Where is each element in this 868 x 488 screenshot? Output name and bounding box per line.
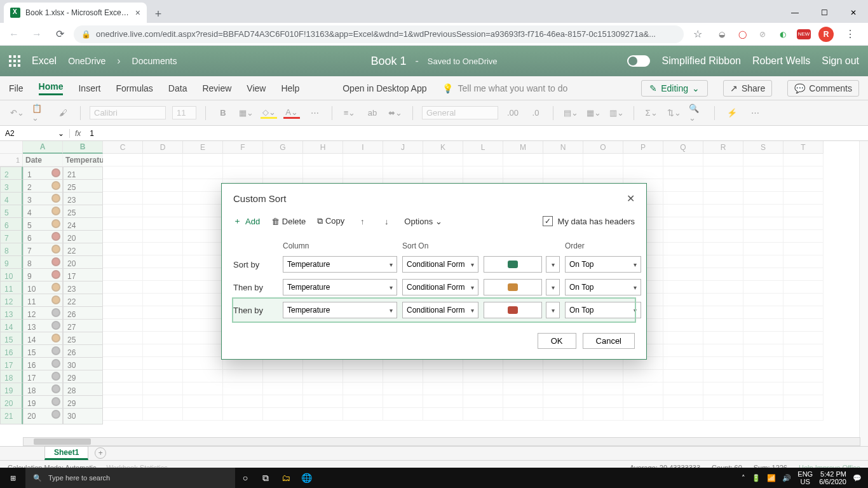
column-header-D[interactable]: D [143, 141, 183, 154]
extension-icon[interactable]: ◐ [776, 28, 789, 41]
cell[interactable] [183, 205, 223, 217]
cell[interactable] [743, 268, 783, 281]
cell[interactable] [183, 281, 223, 294]
close-tab-icon[interactable]: × [135, 8, 140, 18]
wifi-icon[interactable]: 📶 [767, 474, 776, 482]
cell[interactable] [143, 281, 183, 294]
formula-value[interactable]: 1 [86, 129, 98, 138]
cell[interactable] [783, 332, 824, 344]
breadcrumb-documents[interactable]: Documents [132, 56, 177, 66]
comments-button[interactable]: 💬 Comments [787, 80, 859, 97]
file-explorer-icon[interactable]: 🗂 [276, 468, 296, 488]
cell[interactable] [303, 154, 343, 166]
cell[interactable] [743, 179, 783, 192]
column-header-Q[interactable]: Q [663, 141, 703, 154]
cell[interactable] [663, 383, 703, 395]
cell[interactable] [183, 319, 223, 332]
row-header[interactable]: 21 [0, 408, 23, 424]
open-in-desktop-button[interactable]: Open in Desktop App [342, 83, 426, 93]
cell[interactable] [143, 268, 183, 281]
cell[interactable] [703, 166, 743, 179]
app-brand[interactable]: Excel [32, 55, 57, 67]
copy-level-button[interactable]: ⧉ Copy [317, 216, 344, 226]
font-size-select[interactable]: 11 [172, 106, 196, 119]
cell[interactable] [143, 255, 183, 268]
cell[interactable] [623, 370, 663, 383]
find-icon[interactable]: 🔍⌄ [689, 104, 705, 123]
cell[interactable] [703, 230, 743, 243]
headers-checkbox[interactable]: ✓ My data has headers [543, 216, 635, 226]
cell[interactable] [383, 166, 423, 179]
cell[interactable] [103, 344, 143, 357]
cell[interactable] [183, 192, 223, 205]
cell[interactable] [103, 217, 143, 230]
cell[interactable] [583, 370, 623, 383]
cell[interactable] [183, 332, 223, 344]
cell[interactable] [783, 319, 824, 332]
cell[interactable] [783, 306, 824, 319]
cell[interactable] [663, 281, 703, 294]
cell[interactable] [263, 166, 303, 179]
cell[interactable] [743, 255, 783, 268]
cell[interactable] [743, 383, 783, 395]
cell[interactable] [183, 255, 223, 268]
cell[interactable] [743, 192, 783, 205]
cell[interactable]: Temperature [63, 154, 103, 166]
cell[interactable] [783, 230, 824, 243]
cell[interactable] [703, 243, 743, 255]
column-header-T[interactable]: T [783, 141, 824, 154]
more-font-icon[interactable]: ⋯ [306, 108, 323, 118]
cell[interactable]: 20 [23, 408, 63, 424]
cell[interactable] [143, 294, 183, 306]
cell[interactable] [583, 395, 623, 408]
cell[interactable] [743, 281, 783, 294]
cell[interactable] [783, 179, 824, 192]
editing-mode-button[interactable]: ✎ Editing ⌄ [641, 80, 708, 97]
cell[interactable] [543, 166, 583, 179]
cell[interactable] [343, 370, 383, 383]
cell[interactable] [743, 357, 783, 370]
cell[interactable] [463, 383, 503, 395]
column-header-H[interactable]: H [303, 141, 343, 154]
cell[interactable] [583, 383, 623, 395]
cell[interactable] [463, 154, 503, 166]
tab-help[interactable]: Help [281, 83, 299, 93]
cell[interactable] [743, 332, 783, 344]
cell[interactable] [503, 370, 543, 383]
cell[interactable] [783, 281, 824, 294]
minimize-icon[interactable]: — [780, 3, 810, 23]
cell[interactable] [783, 294, 824, 306]
borders-icon[interactable]: ▦⌄ [238, 108, 254, 118]
cell[interactable] [423, 408, 463, 421]
cell[interactable] [703, 344, 743, 357]
cell[interactable] [183, 408, 223, 421]
cell[interactable] [303, 370, 343, 383]
format-table-icon[interactable]: ▦⌄ [585, 108, 602, 118]
cell[interactable] [743, 217, 783, 230]
cell[interactable] [743, 243, 783, 255]
cell[interactable] [703, 383, 743, 395]
cell[interactable] [103, 408, 143, 421]
cell[interactable] [223, 408, 263, 421]
cell[interactable] [463, 408, 503, 421]
back-icon[interactable]: ← [5, 25, 23, 43]
paste-icon[interactable]: 📋⌄ [32, 104, 48, 123]
add-sheet-button[interactable]: + [95, 447, 106, 459]
font-color-icon[interactable]: A⌄ [283, 107, 300, 119]
cell[interactable] [663, 205, 703, 217]
extension-icon[interactable]: NEW [797, 29, 811, 39]
wrap-text-icon[interactable]: ab [364, 108, 381, 118]
decrease-decimal-icon[interactable]: .0 [527, 108, 544, 118]
sort-on-select[interactable]: Conditional Form▾ [402, 279, 478, 295]
cell[interactable] [703, 217, 743, 230]
cell[interactable] [463, 166, 503, 179]
cell[interactable] [303, 408, 343, 421]
tab-formulas[interactable]: Formulas [116, 83, 153, 93]
cell[interactable] [783, 243, 824, 255]
document-name[interactable]: Book 1 [370, 55, 406, 68]
cell[interactable] [343, 154, 383, 166]
cell[interactable] [663, 192, 703, 205]
cell[interactable] [703, 268, 743, 281]
cell[interactable] [783, 370, 824, 383]
cell[interactable] [423, 154, 463, 166]
